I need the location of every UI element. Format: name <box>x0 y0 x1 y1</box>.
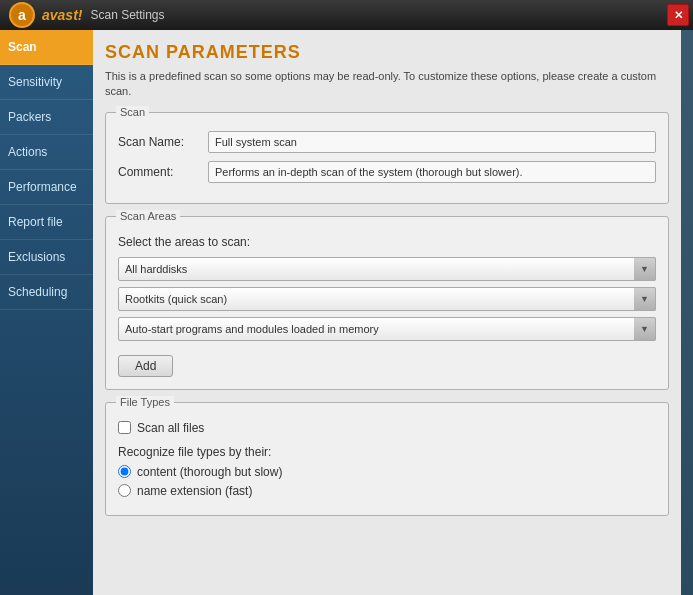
file-types-legend: File Types <box>116 396 174 408</box>
svg-text:a: a <box>18 7 26 23</box>
scan-all-files-row: Scan all files <box>118 421 656 435</box>
scan-name-row: Scan Name: <box>118 131 656 153</box>
recognize-label: Recognize file types by their: <box>118 445 656 459</box>
radio-extension-row: name extension (fast) <box>118 484 656 498</box>
comment-label: Comment: <box>118 165 208 179</box>
page-title: SCAN PARAMETERS <box>105 42 669 63</box>
comment-row: Comment: <box>118 161 656 183</box>
title-bar: a avast! Scan Settings ✕ <box>0 0 693 30</box>
sidebar-item-scan[interactable]: Scan <box>0 30 93 65</box>
sidebar-item-actions[interactable]: Actions <box>0 135 93 170</box>
right-panel <box>681 30 693 595</box>
window-title: Scan Settings <box>90 8 164 22</box>
area-dropdown-3-wrapper: Auto-start programs and modules loaded i… <box>118 317 656 341</box>
sidebar-item-scheduling[interactable]: Scheduling <box>0 275 93 310</box>
add-button[interactable]: Add <box>118 355 173 377</box>
app-name: avast! <box>42 7 82 23</box>
content-radio[interactable] <box>118 465 131 478</box>
scan-areas-legend: Scan Areas <box>116 210 180 222</box>
select-areas-label: Select the areas to scan: <box>118 235 656 249</box>
sidebar-item-sensitivity[interactable]: Sensitivity <box>0 65 93 100</box>
avast-logo: a <box>8 1 36 29</box>
area-dropdown-2-wrapper: Rootkits (quick scan) ▼ <box>118 287 656 311</box>
area-dropdown-1[interactable]: All harddisks <box>118 257 656 281</box>
sidebar-item-report-file[interactable]: Report file <box>0 205 93 240</box>
area-dropdown-3[interactable]: Auto-start programs and modules loaded i… <box>118 317 656 341</box>
sidebar-item-performance[interactable]: Performance <box>0 170 93 205</box>
sidebar: Scan Sensitivity Packers Actions Perform… <box>0 30 93 595</box>
scan-all-files-checkbox[interactable] <box>118 421 131 434</box>
area-dropdown-2[interactable]: Rootkits (quick scan) <box>118 287 656 311</box>
area-dropdown-1-wrapper: All harddisks ▼ <box>118 257 656 281</box>
close-button[interactable]: ✕ <box>667 4 689 26</box>
file-types-section: File Types Scan all files Recognize file… <box>105 402 669 516</box>
sidebar-item-packers[interactable]: Packers <box>0 100 93 135</box>
scan-section-legend: Scan <box>116 106 149 118</box>
extension-radio-label[interactable]: name extension (fast) <box>137 484 252 498</box>
page-description: This is a predefined scan so some option… <box>105 69 669 100</box>
scan-name-input[interactable] <box>208 131 656 153</box>
scan-name-label: Scan Name: <box>118 135 208 149</box>
scan-areas-content: Select the areas to scan: All harddisks … <box>118 235 656 377</box>
scan-all-files-label[interactable]: Scan all files <box>137 421 204 435</box>
scan-section-content: Scan Name: Comment: <box>118 131 656 183</box>
content-area: SCAN PARAMETERS This is a predefined sca… <box>93 30 681 595</box>
comment-input[interactable] <box>208 161 656 183</box>
extension-radio[interactable] <box>118 484 131 497</box>
scan-areas-section: Scan Areas Select the areas to scan: All… <box>105 216 669 390</box>
scan-section: Scan Scan Name: Comment: <box>105 112 669 204</box>
file-types-content: Scan all files Recognize file types by t… <box>118 421 656 498</box>
sidebar-item-exclusions[interactable]: Exclusions <box>0 240 93 275</box>
content-radio-label[interactable]: content (thorough but slow) <box>137 465 282 479</box>
main-container: Scan Sensitivity Packers Actions Perform… <box>0 30 693 595</box>
radio-content-row: content (thorough but slow) <box>118 465 656 479</box>
